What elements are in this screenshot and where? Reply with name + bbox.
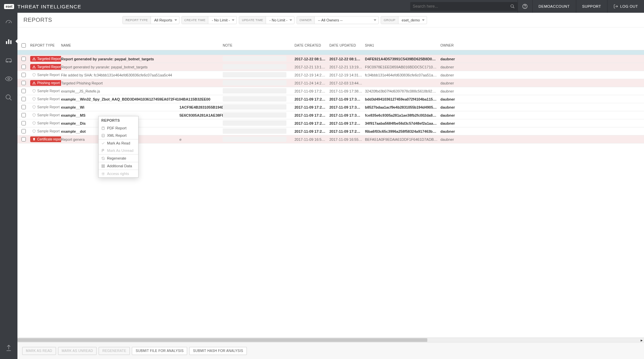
col-owner[interactable]: OWNER — [440, 44, 640, 47]
badge-text: Sample Report — [37, 73, 60, 77]
col-name[interactable]: NAME — [61, 44, 223, 47]
table-row[interactable]: Sample Reportexample__Wi1ACF9E4B2831055B… — [17, 103, 644, 111]
cell-note — [223, 64, 294, 70]
brand-logo: eset — [4, 4, 14, 9]
report-type-badge: Sample Report — [30, 112, 61, 118]
submit-file-button[interactable]: SUBMIT FILE FOR ANALYSIS — [132, 347, 187, 355]
row-checkbox[interactable] — [21, 129, 26, 133]
menu-item-label: Additional Data — [107, 164, 132, 168]
table-row[interactable]: Sample Reportexample__JS_Retefe.js2017-1… — [17, 87, 644, 95]
col-note[interactable]: NOTE — [223, 44, 294, 47]
col-created[interactable]: DATE CREATED — [294, 44, 329, 47]
mark-unread-button[interactable]: MARK AS UNREAD — [58, 347, 97, 355]
row-checkbox[interactable] — [21, 137, 26, 141]
filter-owner[interactable]: OWNER-- All Owners -- — [297, 16, 379, 24]
filter-value[interactable]: All Reports — [151, 18, 179, 22]
badge-text: Sample Report — [37, 121, 60, 125]
menu-item-mark-as-read[interactable]: Mark As Read — [99, 139, 138, 147]
search-input[interactable] — [413, 4, 510, 9]
filter-value[interactable]: - No Limit - — [266, 18, 294, 22]
filter-value[interactable]: eset_demo — [398, 18, 427, 22]
scrollbar-thumb[interactable] — [17, 338, 427, 342]
cell-created: 2017-11-09 17:22:40 — [294, 121, 329, 125]
flag-icon — [101, 149, 105, 153]
account-link[interactable]: DEMOACCOUNT — [532, 0, 576, 13]
filter-report-type[interactable]: REPORT TYPEAll Reports — [122, 16, 179, 24]
row-checkbox[interactable] — [21, 81, 26, 85]
menu-item-label: XML Report — [107, 133, 126, 137]
cell-updated: 2017-11-09 16:55:06 — [329, 137, 365, 141]
cell-note — [223, 128, 294, 134]
svg-rect-19 — [102, 166, 103, 167]
filter-create-time[interactable]: CREATE TIME- No Limit - — [181, 16, 237, 24]
svg-rect-16 — [102, 134, 104, 137]
nav-watch[interactable] — [0, 72, 17, 85]
cell-sha: fce835e6c9305a281a1ae38fb2fc002da8cd077e — [365, 113, 440, 117]
row-checkbox[interactable] — [21, 57, 26, 61]
check-icon — [101, 141, 105, 145]
row-checkbox[interactable] — [21, 97, 26, 101]
logout-link[interactable]: LOG OUT — [607, 0, 644, 13]
help-button[interactable] — [518, 0, 532, 13]
support-link[interactable]: SUPPORT — [576, 0, 607, 13]
row-checkbox[interactable] — [21, 65, 26, 69]
cell-name: example__dot — [61, 129, 223, 133]
note-placeholder — [223, 136, 286, 142]
row-checkbox[interactable] — [21, 73, 26, 77]
svg-point-11 — [6, 95, 10, 99]
cell-updated: 2017-11-09 17:29:45 — [329, 129, 365, 133]
nav-dashboard[interactable] — [0, 16, 17, 29]
loop-icon — [101, 157, 105, 160]
table-row[interactable]: Targeted ReportReport generated by yarar… — [17, 55, 644, 63]
col-updated[interactable]: DATE UPDATED — [329, 44, 365, 47]
search-box[interactable] — [410, 2, 518, 11]
row-checkbox[interactable] — [21, 89, 26, 93]
nav-search[interactable] — [0, 91, 17, 104]
cell-created: 2017-11-09 17:22:40 — [294, 97, 329, 101]
submit-hash-button[interactable]: SUBMIT HASH FOR ANALYSIS — [189, 347, 247, 355]
menu-item-regenerate[interactable]: Regenerate — [99, 155, 138, 162]
gauge-icon — [5, 19, 12, 26]
nav-upload[interactable] — [0, 342, 17, 354]
table-row[interactable]: Sample ReportFile added by SHA: fc34bbb1… — [17, 71, 644, 79]
note-placeholder — [223, 120, 286, 126]
nav-reports[interactable] — [0, 35, 17, 48]
filter-update-time[interactable]: UPDATE TIME- No Limit - — [239, 16, 294, 24]
cell-name: example__Win32_Spy_Zbot_AAQ_BDD3D4941036… — [61, 97, 223, 101]
select-all-checkbox[interactable] — [21, 43, 26, 48]
row-checkbox[interactable] — [21, 121, 26, 125]
filter-group[interactable]: GROUPeset_demo — [381, 16, 427, 24]
sidebar — [0, 13, 17, 359]
col-type[interactable]: REPORT TYPE — [30, 44, 61, 47]
cell-created: 2017-11-24 14:21:04 — [294, 81, 329, 85]
filter-value[interactable]: - No Limit - — [208, 18, 236, 22]
badge-text: Sample Report — [37, 105, 60, 109]
row-checkbox[interactable] — [21, 113, 26, 117]
report-type-badge: Sample Report — [30, 72, 61, 78]
note-placeholder — [223, 64, 286, 69]
col-sha[interactable]: SHA1 — [365, 44, 440, 47]
menu-item-pdf-report[interactable]: PDF Report — [99, 124, 138, 132]
menu-item-label: Mark As Unread — [107, 148, 133, 153]
note-placeholder — [223, 112, 286, 118]
cell-note — [223, 56, 294, 62]
mark-read-button[interactable]: MARK AS READ — [22, 347, 56, 355]
table-row[interactable]: Sample Reportexample__Win32_Spy_Zbot_AAQ… — [17, 95, 644, 103]
menu-item-xml-report[interactable]: XML Report — [99, 132, 138, 139]
table-row[interactable]: Targeted ReportReport generated by yarar… — [17, 63, 644, 71]
filter-value[interactable]: -- All Owners -- — [315, 18, 378, 22]
svg-point-0 — [511, 5, 513, 7]
table-row[interactable]: Phishing reportTargeted Phishing Report2… — [17, 79, 644, 87]
row-checkbox[interactable] — [21, 105, 26, 109]
menu-item-additional-data[interactable]: Additional Data — [99, 162, 138, 170]
brand-title: THREAT INTELLIGENCE — [17, 4, 81, 9]
regenerate-button[interactable]: REGENERATE — [99, 347, 130, 355]
nav-samples[interactable] — [0, 54, 17, 66]
horizontal-scrollbar[interactable]: ▸ — [17, 338, 644, 342]
svg-point-10 — [8, 78, 10, 80]
scroll-right-arrow[interactable]: ▸ — [639, 338, 644, 342]
cell-updated: 2017-12-22 08:14:15 — [329, 57, 365, 61]
top-bar: eset THREAT INTELLIGENCE DEMOACCOUNT SUP… — [0, 0, 644, 13]
badge-text: Sample Report — [37, 129, 60, 133]
upload-icon — [5, 344, 12, 352]
